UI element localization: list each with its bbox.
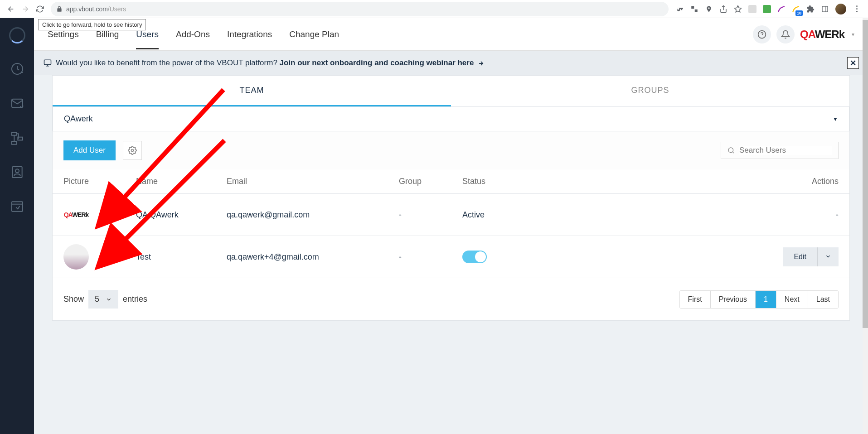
forward-tooltip: Click to go forward, hold to see history — [38, 19, 146, 30]
app-container: Click to go forward, hold to see history… — [0, 18, 868, 434]
scroll-thumb[interactable] — [863, 20, 868, 328]
user-avatar: QAWERk — [63, 202, 89, 227]
svg-line-17 — [732, 152, 734, 153]
notifications-button[interactable] — [776, 25, 795, 43]
star-icon[interactable] — [734, 5, 742, 13]
panel-icon[interactable] — [821, 5, 829, 13]
sidebar-dashboard-icon[interactable] — [10, 62, 24, 78]
search-box — [721, 142, 839, 159]
search-icon — [727, 146, 735, 154]
page-last[interactable]: Last — [808, 291, 838, 308]
annotation-arrow-2 — [111, 136, 229, 256]
status-toggle[interactable] — [462, 251, 487, 263]
share-icon[interactable] — [719, 5, 727, 13]
page-first[interactable]: First — [680, 291, 711, 308]
svg-rect-3 — [12, 99, 23, 108]
edit-caret-button[interactable] — [817, 247, 839, 266]
td-actions: - — [530, 210, 839, 220]
chrome-menu[interactable] — [853, 5, 861, 13]
th-group: Group — [399, 177, 462, 186]
svg-rect-4 — [12, 132, 17, 135]
key-icon[interactable] — [676, 5, 684, 13]
help-button[interactable] — [753, 25, 771, 43]
td-group: - — [399, 252, 462, 262]
td-actions: Edit — [530, 247, 839, 266]
td-status — [462, 251, 530, 263]
extension-icon-1[interactable] — [748, 5, 756, 13]
entries-select[interactable]: 5 — [88, 290, 118, 309]
page-1[interactable]: 1 — [756, 291, 776, 308]
banner-link[interactable]: Join our next onboarding and coaching we… — [280, 58, 474, 67]
search-input[interactable] — [739, 146, 832, 155]
extension-icon-3[interactable] — [777, 5, 786, 13]
svg-rect-6 — [12, 141, 17, 145]
account-caret-icon[interactable]: ▾ — [852, 31, 854, 38]
org-dropdown-label: QAwerk — [64, 114, 93, 124]
page-next[interactable]: Next — [776, 291, 808, 308]
sidebar-mail-icon[interactable] — [10, 96, 24, 112]
nav-addons[interactable]: Add-Ons — [176, 19, 210, 49]
url-bar[interactable]: app.vbout.com/Users — [51, 2, 669, 16]
url-host: app.vbout.com — [66, 5, 108, 13]
sidebar-diagram-icon[interactable] — [10, 130, 24, 147]
sidebar-logo[interactable] — [9, 27, 25, 43]
sidebar-contacts-icon[interactable] — [10, 165, 24, 181]
show-entries: Show 5 entries — [63, 290, 147, 309]
td-email: qa.qawerk+4@gmail.com — [227, 252, 399, 262]
svg-rect-9 — [12, 202, 23, 211]
header: Settings Billing Users Add-Ons Integrati… — [34, 18, 868, 51]
dropdown-caret-icon: ▼ — [833, 116, 838, 122]
td-status: Active — [462, 210, 530, 220]
tab-groups[interactable]: GROUPS — [451, 76, 849, 106]
chrome-extension-icons: 10 — [672, 4, 864, 14]
chevron-down-icon — [106, 296, 112, 303]
main-content: Click to go forward, hold to see history… — [34, 18, 868, 434]
entries-label: entries — [123, 294, 147, 304]
banner-prefix: Would you like to benefit from the power… — [56, 58, 280, 67]
svg-point-8 — [15, 169, 19, 173]
scrollbar[interactable] — [863, 18, 868, 434]
svg-rect-12 — [44, 60, 51, 65]
sidebar-browser-icon[interactable] — [10, 199, 24, 216]
svg-rect-0 — [822, 6, 828, 12]
entries-count: 5 — [95, 294, 99, 304]
svg-rect-7 — [12, 167, 22, 178]
page-previous[interactable]: Previous — [711, 291, 756, 308]
translate-icon[interactable] — [690, 5, 698, 13]
nav-integrations[interactable]: Integrations — [227, 19, 272, 49]
add-user-button[interactable]: Add User — [63, 140, 116, 160]
sidebar — [0, 18, 34, 434]
forward-button[interactable] — [18, 2, 33, 16]
url-path: /Users — [108, 5, 126, 13]
chevron-down-icon — [825, 253, 831, 260]
th-status: Status — [462, 177, 530, 186]
nav-change-plan[interactable]: Change Plan — [289, 19, 339, 49]
badge: 10 — [795, 10, 803, 16]
pagination: First Previous 1 Next Last — [679, 290, 839, 309]
svg-line-21 — [120, 140, 224, 245]
header-right: QAWERk ▾ — [753, 25, 854, 43]
lock-icon — [56, 6, 63, 12]
arrow-right-icon — [478, 60, 484, 67]
svg-point-16 — [728, 148, 733, 153]
onboarding-banner: Would you like to benefit from the power… — [34, 51, 868, 75]
banner-text: Would you like to benefit from the power… — [56, 58, 484, 68]
extension-icon-2[interactable] — [763, 5, 771, 13]
th-actions: Actions — [530, 177, 839, 186]
monitor-icon — [43, 59, 52, 67]
td-email: qa.qawerk@gmail.com — [227, 210, 399, 220]
location-icon[interactable] — [705, 5, 713, 13]
user-avatar — [63, 244, 89, 270]
table-footer: Show 5 entries First Previous 1 Next Las… — [53, 278, 849, 320]
back-button[interactable] — [4, 2, 18, 16]
edit-button[interactable]: Edit — [783, 247, 817, 266]
profile-avatar[interactable] — [835, 4, 846, 14]
browser-chrome: app.vbout.com/Users 10 — [0, 0, 868, 18]
reload-button[interactable] — [33, 2, 47, 16]
extensions-puzzle-icon[interactable] — [806, 5, 815, 13]
extension-icon-4[interactable]: 10 — [792, 5, 800, 13]
brand-logo[interactable]: QAWERk — [800, 28, 844, 41]
td-group: - — [399, 210, 462, 220]
banner-close-button[interactable]: ✕ — [847, 57, 859, 69]
th-email: Email — [227, 177, 399, 186]
